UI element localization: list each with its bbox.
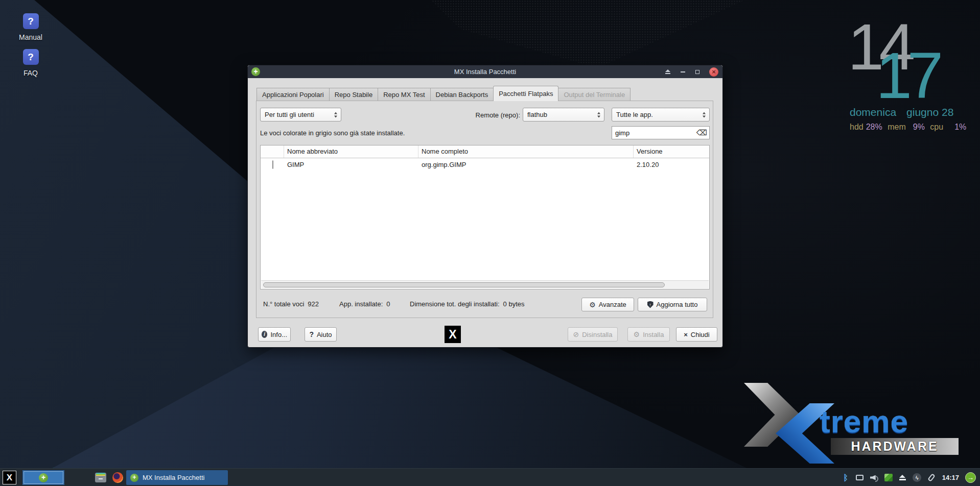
tab-repo-mx-test[interactable]: Repo MX Test xyxy=(378,88,430,101)
hdd-value: 28% xyxy=(866,123,882,131)
mx-package-installer-window: + MX Installa Pacchetti × Applicazioni P… xyxy=(247,65,723,348)
package-installer-launcher[interactable]: + xyxy=(22,470,64,485)
taskbar-window-button[interactable]: + MX Installa Pacchetti xyxy=(126,470,228,485)
table-row[interactable]: GIMP org.gimp.GIMP 2.10.20 xyxy=(261,158,709,171)
question-icon: ? xyxy=(309,330,314,338)
col-short-name[interactable]: Nome abbreviato xyxy=(284,145,418,158)
tab-bar: Applicazioni Popolari Repo Stabile Repo … xyxy=(256,87,630,101)
shield-update-icon: ↑ xyxy=(647,301,654,308)
mx-menu-button[interactable]: X xyxy=(3,471,16,484)
shade-button[interactable] xyxy=(665,68,671,76)
maximize-button[interactable] xyxy=(694,68,701,76)
taskbar-clock[interactable]: 14:17 xyxy=(942,474,959,481)
help-icon: ? xyxy=(23,49,39,65)
apps-filter-select[interactable]: Tutte le app. xyxy=(612,108,710,121)
mem-value: 9% xyxy=(913,123,925,131)
installed-size: Dimensione tot. degli installati:0 bytes xyxy=(410,300,525,308)
eject-icon[interactable] xyxy=(898,473,907,483)
remote-label: Remote (repo): xyxy=(475,111,520,119)
shade-icon xyxy=(665,69,670,74)
remote-select[interactable]: flathub xyxy=(523,108,604,121)
table-header: Nome abbreviato Nome completo Versione xyxy=(261,145,709,158)
window-titlebar[interactable]: + MX Installa Pacchetti × xyxy=(248,65,722,78)
horizontal-scrollbar[interactable] xyxy=(261,280,709,288)
spinner-icon xyxy=(597,112,600,117)
update-all-button[interactable]: ↑ Aggiorna tutto xyxy=(638,298,707,311)
info-button[interactable]: i Info... xyxy=(258,327,291,342)
tab-pacchetti-flatpaks[interactable]: Pacchetti Flatpaks xyxy=(493,86,558,101)
close-dialog-button[interactable]: × Chiudi xyxy=(676,327,717,342)
gear-icon: ⚙ xyxy=(634,331,640,338)
conky-stats: hdd28% mem9% cpu1% xyxy=(850,123,972,132)
conky-day: giugno 28 xyxy=(906,106,953,118)
hdd-label: hdd xyxy=(850,123,864,131)
scope-select[interactable]: Per tutti gli utenti xyxy=(260,108,341,121)
search-field-wrap: ⌫ xyxy=(612,126,710,139)
clipboard-icon[interactable] xyxy=(927,473,936,483)
minimize-button[interactable] xyxy=(680,68,686,76)
volume-icon[interactable] xyxy=(870,473,879,483)
col-full-name[interactable]: Nome completo xyxy=(418,145,634,158)
help-button[interactable]: ? Aiuto xyxy=(305,327,337,342)
row-checkbox[interactable] xyxy=(272,160,273,169)
taskbar-window-label: MX Installa Pacchetti xyxy=(143,474,204,481)
col-checkbox[interactable] xyxy=(261,145,284,158)
remote-value: flathub xyxy=(527,111,547,118)
cell-version: 2.10.20 xyxy=(634,161,709,168)
desktop-icon-label: FAQ xyxy=(9,69,52,77)
conky-minutes: 17 xyxy=(876,43,938,108)
package-update-icon[interactable] xyxy=(884,473,893,483)
conky-widget: 14 17 domenicagiugno 28 hdd28% mem9% cpu… xyxy=(833,5,976,133)
gear-icon: ⚙ xyxy=(589,301,596,308)
close-x-icon: × xyxy=(684,331,688,338)
mx-logo: X xyxy=(445,326,461,343)
system-tray: ᛒ ϟ 14:17 → xyxy=(841,469,976,486)
tab-applicazioni-popolari[interactable]: Applicazioni Popolari xyxy=(256,88,330,101)
cpu-label: cpu xyxy=(930,123,943,131)
mem-label: mem xyxy=(888,123,906,131)
desktop-icon-label: Manual xyxy=(9,33,52,41)
updater-status-icon[interactable]: → xyxy=(965,472,976,483)
cell-full-name: org.gimp.GIMP xyxy=(418,161,634,168)
spinner-icon xyxy=(334,112,337,117)
conky-date: domenicagiugno 28 xyxy=(850,106,967,118)
apps-filter-value: Tutte le app. xyxy=(616,111,653,118)
desktop-icon-faq[interactable]: ? FAQ xyxy=(9,49,52,77)
maximize-icon xyxy=(695,69,699,74)
logo-hardware-text: HARDWARE xyxy=(831,438,959,455)
cell-short-name: GIMP xyxy=(284,161,418,168)
tab-repo-stabile[interactable]: Repo Stabile xyxy=(329,88,378,101)
clear-search-icon[interactable]: ⌫ xyxy=(696,128,707,137)
firefox-icon[interactable] xyxy=(112,472,123,483)
plus-icon: + xyxy=(39,473,48,482)
spinner-icon xyxy=(703,112,706,117)
total-count: N.° totale voci922 xyxy=(263,300,319,308)
close-button[interactable]: × xyxy=(709,67,718,77)
logo-treme-text: treme xyxy=(820,403,908,440)
scope-value: Per tutti gli utenti xyxy=(265,111,314,118)
info-icon: i xyxy=(262,331,267,338)
col-version[interactable]: Versione xyxy=(634,145,709,158)
advanced-button[interactable]: ⚙ Avanzate xyxy=(581,298,634,311)
conky-weekday: domenica xyxy=(850,106,896,118)
installed-count: App. installate:0 xyxy=(339,300,390,308)
tab-debian-backports[interactable]: Debian Backports xyxy=(430,88,494,101)
prohibit-icon: ⊘ xyxy=(573,331,579,338)
desktop-icon-manual[interactable]: ? Manual xyxy=(9,13,52,41)
minimize-icon xyxy=(681,71,685,72)
installed-hint-text: Le voci colorate in grigio sono già stat… xyxy=(260,129,405,137)
display-icon[interactable] xyxy=(855,473,865,483)
help-icon: ? xyxy=(23,13,39,29)
bluetooth-icon[interactable]: ᛒ xyxy=(841,473,850,483)
app-icon: + xyxy=(251,67,260,76)
tab-output-terminale: Output del Terminale xyxy=(558,88,631,101)
xtreme-hardware-logo: treme HARDWARE xyxy=(744,379,969,466)
uninstall-button: ⊘ Disinstalla xyxy=(568,327,618,342)
search-input[interactable] xyxy=(612,126,710,139)
cpu-value: 1% xyxy=(954,123,966,131)
file-manager-icon[interactable] xyxy=(95,473,106,482)
install-button: ⚙ Installa xyxy=(627,327,670,342)
window-title: MX Installa Pacchetti xyxy=(248,68,722,76)
scrollbar-thumb[interactable] xyxy=(263,282,665,287)
power-manager-icon[interactable]: ϟ xyxy=(913,473,922,483)
